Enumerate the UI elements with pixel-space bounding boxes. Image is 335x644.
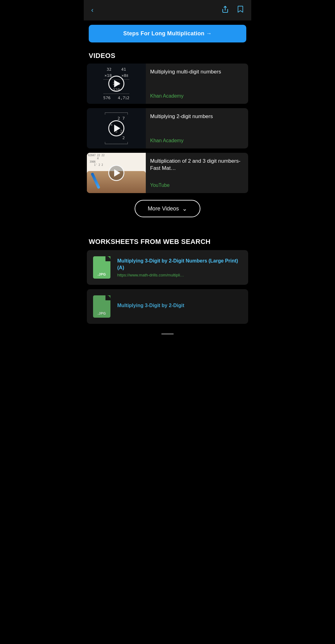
video-card-3[interactable]: 62847 22 22 4 3906 1' 2 2 Multiplication… (87, 153, 248, 193)
play-icon-1 (108, 76, 124, 92)
file-icon-1: .JPG (91, 255, 112, 280)
videos-section: VIDEOS 32 41 ×18 ×88 256 320 576 4,712 (84, 47, 251, 226)
worksheet-info-1: Multiplying 3-Digit by 2-Digit Numbers (… (117, 258, 244, 277)
file-ext-2: .JPG (97, 311, 106, 315)
bookmark-button[interactable] (236, 4, 245, 16)
worksheets-section-title: WORKSHEETS FROM WEB SEARCH (84, 235, 251, 250)
bottom-handle (84, 328, 251, 337)
worksheets-section: WORKSHEETS FROM WEB SEARCH .JPG Multiply… (84, 235, 251, 324)
worksheet-url-1: https://www.math-drills.com/multipli… (117, 273, 244, 277)
video-source-1: Khan Academy (150, 93, 244, 99)
file-corner-2 (105, 295, 110, 300)
share-button[interactable] (220, 4, 230, 16)
long-multiplication-banner[interactable]: Steps For Long Multiplication → (89, 25, 246, 42)
worksheet-card-2[interactable]: .JPG Multiplying 3-Digit by 2-Digit (87, 289, 248, 324)
top-bar: ‹ (84, 0, 251, 20)
file-ext-1: .JPG (97, 272, 106, 276)
back-button[interactable]: ‹ (90, 5, 95, 15)
more-videos-wrapper: More Videos ⌄ (84, 197, 251, 226)
play-icon-3 (108, 165, 124, 181)
video-info-3: Multiplication of 2 and 3 digit numbers-… (146, 153, 248, 193)
video-source-3: YouTube (150, 183, 244, 188)
video-card-1[interactable]: 32 41 ×18 ×88 256 320 576 4,712 Multiply… (87, 64, 248, 104)
video-info-1: Multiplying multi-digit numbers Khan Aca… (146, 64, 248, 104)
video-thumbnail-3: 62847 22 22 4 3906 1' 2 2 (87, 153, 146, 193)
video-source-2: Khan Academy (150, 138, 244, 143)
video-card-2[interactable]: ┌──────────┐ 2 7 × 5 2 2 └──────────┘ Mu… (87, 108, 248, 148)
more-videos-label: More Videos (148, 205, 179, 212)
video-title-3: Multiplication of 2 and 3 digit numbers-… (150, 158, 244, 172)
video-thumbnail-2: ┌──────────┐ 2 7 × 5 2 2 └──────────┘ (87, 108, 146, 148)
chevron-down-icon: ⌄ (182, 205, 187, 212)
more-videos-button[interactable]: More Videos ⌄ (135, 200, 200, 217)
video-info-2: Multiplying 2-digit numbers Khan Academy (146, 108, 248, 148)
play-icon-2 (108, 120, 124, 136)
video-title-2: Multiplying 2-digit numbers (150, 113, 244, 120)
top-bar-right (220, 4, 245, 16)
videos-section-title: VIDEOS (84, 47, 251, 64)
worksheet-info-2: Multiplying 3-Digit by 2-Digit (117, 302, 244, 311)
top-bar-left: ‹ (90, 5, 95, 15)
video-thumbnail-1: 32 41 ×18 ×88 256 320 576 4,712 (87, 64, 146, 104)
handle-bar (161, 333, 174, 335)
file-corner-1 (105, 256, 110, 261)
video-title-1: Multiplying multi-digit numbers (150, 68, 244, 76)
worksheet-card-1[interactable]: .JPG Multiplying 3-Digit by 2-Digit Numb… (87, 250, 248, 285)
file-icon-2: .JPG (91, 294, 112, 319)
worksheet-title-2: Multiplying 3-Digit by 2-Digit (117, 302, 244, 309)
worksheet-title-1: Multiplying 3-Digit by 2-Digit Numbers (… (117, 258, 244, 271)
